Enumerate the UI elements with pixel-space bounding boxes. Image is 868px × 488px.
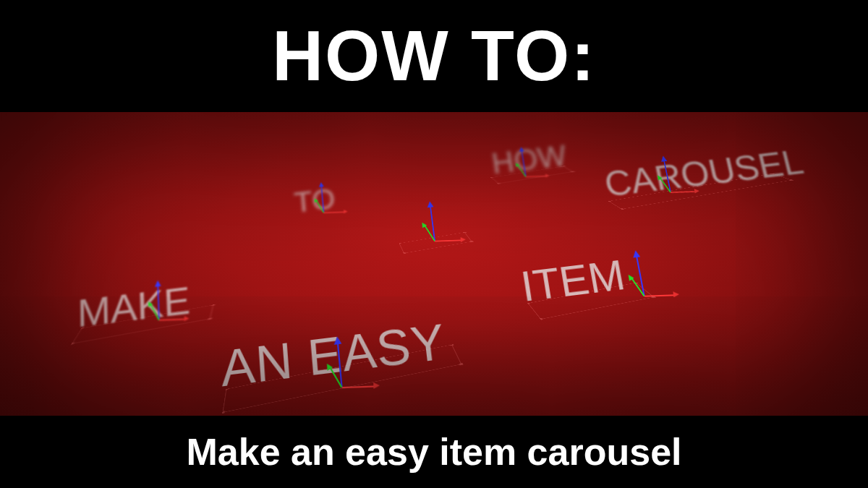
footer-bar: Make an easy item carousel bbox=[0, 416, 868, 488]
scene-root: HOW TO CAROUSEL MAKE ITEM AN EASY bbox=[0, 112, 868, 416]
page-title: HOW TO: bbox=[272, 15, 596, 97]
transform-gizmo[interactable] bbox=[671, 192, 671, 193]
page-subtitle: Make an easy item carousel bbox=[186, 430, 681, 474]
text-object-to[interactable]: TO bbox=[293, 182, 336, 219]
bounding-box[interactable] bbox=[399, 232, 472, 253]
header-bar: HOW TO: bbox=[0, 0, 868, 112]
viewport-3d[interactable]: HOW TO CAROUSEL MAKE ITEM AN EASY bbox=[0, 112, 868, 416]
